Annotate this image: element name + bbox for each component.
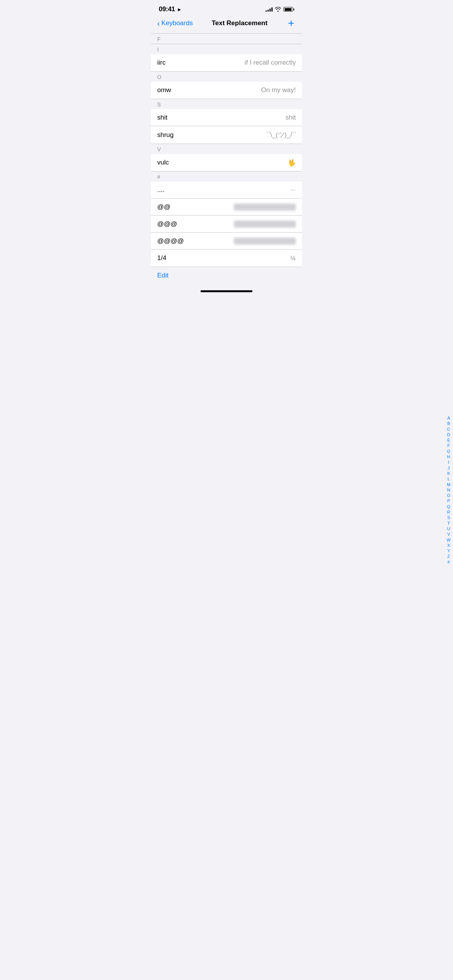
list-item[interactable]: @@@@████████████ xyxy=(151,233,302,250)
section-list-o: omwOn my way! xyxy=(151,82,302,99)
item-phrase: ████████████ xyxy=(234,238,296,245)
list-item[interactable]: 1/4¼ xyxy=(151,250,302,267)
page-title: Text Replacement xyxy=(193,19,287,27)
section-header-i: I xyxy=(151,44,302,54)
item-shortcut: shrug xyxy=(157,131,174,139)
section-header-#: # xyxy=(151,171,302,182)
item-shortcut: 1/4 xyxy=(157,254,166,262)
home-indicator xyxy=(151,287,302,295)
list-item[interactable]: @@████████████████ xyxy=(151,199,302,216)
item-phrase: shit xyxy=(286,114,296,122)
home-indicator-bar xyxy=(201,290,252,292)
section-list-s: shitshitshrug¯\_(ツ)_/¯ xyxy=(151,109,302,144)
item-shortcut: @@@ xyxy=(157,220,177,228)
item-shortcut: omw xyxy=(157,86,171,94)
section-list-i: iircif I recall correctly xyxy=(151,54,302,71)
item-shortcut: .... xyxy=(157,186,165,194)
item-shortcut: @@@@ xyxy=(157,237,184,245)
edit-button[interactable]: Edit xyxy=(157,272,168,279)
item-shortcut: shit xyxy=(157,114,167,122)
section-header-v: V xyxy=(151,144,302,154)
list-item[interactable]: shrug¯\_(ツ)_/¯ xyxy=(151,126,302,144)
item-phrase: if I recall correctly xyxy=(245,59,296,67)
item-phrase: ████████████████ xyxy=(234,204,296,211)
signal-bars xyxy=(266,7,273,12)
list-item[interactable]: shitshit xyxy=(151,109,302,126)
item-phrase: 🖖 xyxy=(288,159,296,167)
section-header-s: S xyxy=(151,99,302,109)
list-item[interactable]: ....··· xyxy=(151,182,302,199)
list-item[interactable]: iircif I recall correctly xyxy=(151,54,302,71)
bottom-toolbar: Edit xyxy=(151,267,302,287)
list-item[interactable]: omwOn my way! xyxy=(151,82,302,99)
status-icons xyxy=(266,7,294,12)
section-list-#: ....···@@████████████████@@@████████████… xyxy=(151,182,302,267)
status-bar: 09:41 ► xyxy=(151,0,302,15)
section-header-f: F xyxy=(151,33,302,44)
battery-icon xyxy=(283,7,294,12)
wifi-icon xyxy=(275,7,281,12)
section-header-o: O xyxy=(151,71,302,82)
item-phrase: ¯\_(ツ)_/¯ xyxy=(267,130,296,139)
nav-bar: ‹ Keyboards Text Replacement + xyxy=(151,15,302,33)
add-button[interactable]: + xyxy=(287,18,296,29)
item-phrase: ████████████ xyxy=(234,221,296,228)
back-label: Keyboards xyxy=(161,19,193,27)
back-button[interactable]: ‹ Keyboards xyxy=(157,19,193,27)
item-phrase: ¼ xyxy=(290,254,296,262)
list-content: FIiircif I recall correctlyOomwOn my way… xyxy=(151,33,302,267)
item-shortcut: vulc xyxy=(157,159,169,166)
chevron-left-icon: ‹ xyxy=(157,19,160,27)
section-list-v: vulc🖖 xyxy=(151,154,302,171)
item-phrase: On my way! xyxy=(261,86,296,94)
item-phrase: ··· xyxy=(290,186,296,194)
status-time: 09:41 xyxy=(159,5,175,13)
item-shortcut: iirc xyxy=(157,59,166,67)
list-item[interactable]: vulc🖖 xyxy=(151,154,302,171)
item-shortcut: @@ xyxy=(157,203,171,211)
list-item[interactable]: @@@████████████ xyxy=(151,216,302,233)
location-icon: ► xyxy=(177,7,182,12)
